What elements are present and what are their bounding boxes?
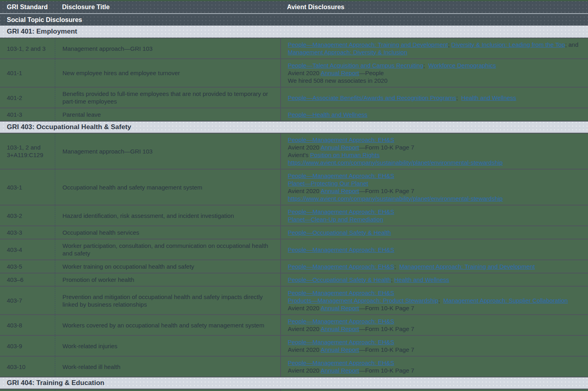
avient-disclosures-cell: People—Talent Acquisition and Campus Rec…: [280, 59, 588, 87]
table-row: 403-10Work-related ill healthPeople—Mana…: [0, 356, 588, 377]
disclosure-link[interactable]: Diversity & Inclusion: Leading from the …: [452, 41, 565, 48]
disclosure-link[interactable]: Annual Report: [321, 144, 359, 151]
disclosure-link[interactable]: Management Approach: Supplier Collaborat…: [444, 297, 568, 304]
table-row: 403-7Prevention and mitigation of occupa…: [0, 286, 588, 314]
table-body: GRI 401: Employment103-1, 2 and 3Managem…: [0, 26, 588, 391]
disclosure-link[interactable]: People—Management Approach: EH&S: [288, 263, 394, 270]
disclosure-title-cell: Work-related ill health: [55, 357, 280, 377]
avient-disclosures-cell: People—Management Approach: Training and…: [280, 38, 588, 58]
disclosure-link[interactable]: Health and Wellness: [394, 276, 449, 283]
disclosure-link[interactable]: https://www.avient.com/company/sustainab…: [288, 159, 503, 166]
disclosure-text: ;: [423, 62, 429, 69]
disclosure-link[interactable]: People—Management Approach: EH&S: [288, 208, 394, 215]
disclosure-link[interactable]: People—Management Approach: EH&S: [288, 289, 394, 296]
disclosure-line: Avient 2020 Annual Report—Form 10-K Page…: [288, 346, 584, 353]
disclosure-link[interactable]: People—Management Approach: EH&S: [288, 359, 394, 366]
disclosure-link[interactable]: Annual Report: [321, 367, 359, 374]
disclosure-text: Avient 2020: [288, 325, 321, 332]
table-row: 403–6Promotion of worker healthPeople—Oc…: [0, 273, 588, 286]
disclosure-text: ;: [391, 276, 394, 283]
disclosure-link[interactable]: People—Occupational Safety & Health: [288, 276, 391, 283]
disclosure-line: Avient 2020 Annual Report—Form 10-K Page…: [288, 367, 584, 374]
disclosure-link[interactable]: Management Approach: Diversity & Inclusi…: [288, 49, 407, 56]
disclosure-line: People—Associate Benefits/Awards and Rec…: [288, 94, 584, 102]
disclosure-link[interactable]: Planet—Clean-Up and Remediation: [288, 216, 383, 223]
disclosure-line: People—Management Approach: EH&S; Manage…: [288, 263, 584, 270]
disclosure-line: Avient's Position on Human Rights: [288, 151, 584, 159]
avient-disclosures-cell: People—Management Approach: EH&SAvient 2…: [280, 357, 588, 377]
disclosure-title-cell: Management approach—GRI 103: [55, 389, 280, 391]
disclosure-link[interactable]: https://www.avient.com/company/sustainab…: [288, 195, 503, 202]
disclosure-link[interactable]: People—Occupational Safety & Health: [288, 229, 391, 236]
disclosure-link[interactable]: People—Management Approach: EH&S: [288, 318, 394, 325]
disclosure-link[interactable]: People—Management Approach: EH&S: [288, 172, 394, 179]
disclosure-line: People—Occupational Safety & Health; Hea…: [288, 276, 584, 283]
disclosure-link[interactable]: Position on Human Rights: [310, 152, 379, 158]
disclosure-line: https://www.avient.com/company/sustainab…: [288, 195, 584, 202]
avient-disclosures-cell: People—Management Approach: EH&SPlanet—C…: [280, 205, 588, 225]
disclosure-link[interactable]: Annual Report: [321, 325, 359, 332]
gri-standard-cell: 103-1, 2 and 3: [0, 38, 55, 58]
disclosure-link[interactable]: People—Management Approach: EH&S: [288, 136, 394, 143]
disclosure-text: Avient 2020: [288, 305, 321, 311]
group-header-gri-403: GRI 403: Occupational Health & Safety: [0, 121, 588, 133]
disclosure-link[interactable]: Annual Report: [321, 188, 359, 194]
disclosure-text: Avient 2020: [288, 144, 321, 151]
disclosure-link[interactable]: Health and Wellness: [461, 94, 516, 101]
disclosure-text: —Form 10-K Page 7: [359, 144, 414, 151]
gri-standard-cell: 403-10: [0, 357, 55, 377]
disclosure-link[interactable]: Annual Report: [321, 346, 359, 353]
table-row: 403-4Worker participation, consultation,…: [0, 239, 588, 259]
table-header-row: GRI Standard Disclosure Title Avient Dis…: [0, 1, 588, 14]
gri-standard-cell: 403-4: [0, 239, 55, 259]
gri-standard-cell: 103-1, 2 and 3+A119:C129: [0, 134, 55, 169]
avient-disclosures-cell: People—Occupational Safety & Health; Hea…: [280, 273, 588, 286]
disclosure-link[interactable]: Annual Report: [321, 70, 359, 76]
disclosure-line: Avient 2020 Annual Report—Form 10-K Page…: [288, 325, 584, 333]
disclosure-title-cell: Worker participation, consultation, and …: [55, 239, 280, 259]
disclosure-line: Management Approach: Diversity & Inclusi…: [288, 48, 584, 56]
table-row: 403-5Worker training on occupational hea…: [0, 259, 588, 273]
disclosure-title-cell: Work-related injuries: [55, 336, 280, 356]
disclosure-text: We hired 508 new associates in 2020: [288, 77, 387, 84]
disclosure-title-cell: Hazard identification, risk assessment, …: [55, 205, 280, 225]
gri-standard-cell: 403-5: [0, 260, 55, 273]
disclosure-link[interactable]: Management Approach: Training and Develo…: [399, 263, 535, 270]
table-row: 403-1Occupational health and safety mana…: [0, 169, 588, 205]
disclosure-link[interactable]: People—Management Approach: EH&S: [288, 246, 394, 253]
section-header-social-topic-disclosures: Social Topic Disclosures: [0, 14, 588, 26]
disclosure-link[interactable]: Products—Management Approach: Product St…: [288, 297, 438, 304]
avient-disclosures-cell: People—Management Approach: EH&SPlanet—P…: [280, 170, 588, 205]
disclosure-line: Avient 2020 Annual Report—Form 10-K Page…: [288, 304, 584, 312]
disclosure-link[interactable]: People—Associate Benefits/Awards and Rec…: [288, 94, 456, 101]
disclosure-line: Planet—Protecting Our Planet: [288, 180, 584, 187]
disclosure-line: People—Management Approach: EH&S: [288, 172, 584, 180]
disclosure-text: —Form 10-K Page 7: [359, 188, 414, 194]
disclosure-text: ;: [438, 297, 444, 304]
avient-disclosures-cell: People—Management Approach: Training and…: [280, 389, 588, 391]
disclosure-link[interactable]: Planet—Protecting Our Planet: [288, 180, 368, 187]
disclosure-link[interactable]: People—Management Approach: Training and…: [288, 41, 448, 48]
disclosure-link[interactable]: People—Health and Wellness: [288, 111, 367, 118]
disclosure-link[interactable]: People—Talent Acquisition and Campus Rec…: [288, 62, 423, 69]
disclosure-text: Avient 2020: [288, 346, 321, 353]
disclosure-line: Planet—Clean-Up and Remediation: [288, 215, 584, 223]
disclosure-title-cell: Management approach—GRI 103: [55, 134, 280, 169]
avient-disclosures-cell: People—Health and Wellness: [280, 108, 588, 121]
avient-disclosures-cell: People—Associate Benefits/Awards and Rec…: [280, 88, 588, 108]
disclosure-link[interactable]: Annual Report: [321, 305, 359, 311]
gri-standard-cell: 103-1, 2 and 3: [0, 389, 55, 391]
disclosure-text: Avient 2020: [288, 70, 321, 76]
table-row: 401-1New employee hires and employee tur…: [0, 58, 588, 87]
disclosure-link[interactable]: People—Management Approach: EH&S: [288, 339, 394, 345]
disclosure-text: —Form 10-K Page 7: [359, 346, 414, 353]
disclosure-link[interactable]: Workforce Demographics: [428, 62, 496, 69]
avient-disclosures-cell: People—Management Approach: EH&SAvient 2…: [280, 315, 588, 335]
disclosure-text: Avient 2020: [288, 367, 321, 374]
column-header-disclosure-title: Disclosure Title: [55, 4, 280, 11]
column-header-gri-standard: GRI Standard: [0, 4, 55, 11]
gri-standard-cell: 401-2: [0, 88, 55, 108]
gri-standard-cell: 401-1: [0, 59, 55, 87]
disclosure-text: —Form 10-K Page 7: [359, 325, 414, 332]
gri-disclosure-table: GRI Standard Disclosure Title Avient Dis…: [0, 0, 588, 391]
